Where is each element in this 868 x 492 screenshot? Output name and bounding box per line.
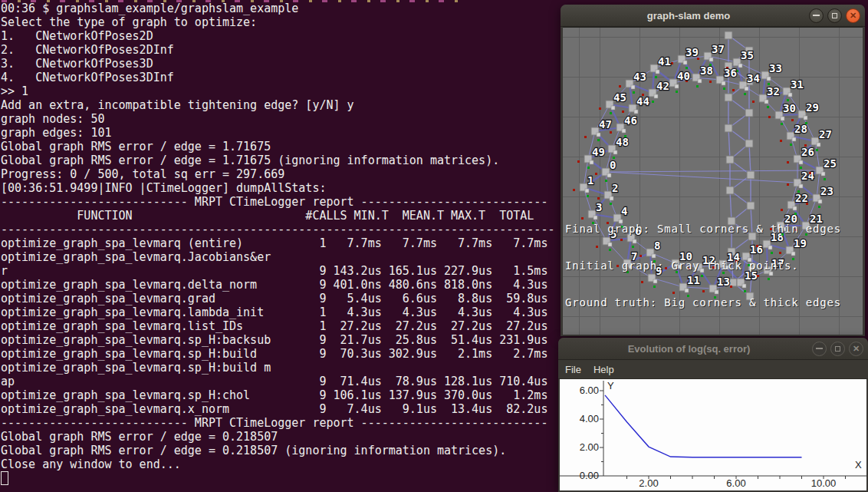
svg-text:37: 37: [712, 43, 725, 55]
svg-text:30: 30: [783, 102, 796, 114]
close-button[interactable]: ✕: [849, 342, 863, 356]
svg-text:36: 36: [724, 67, 737, 79]
svg-text:32: 32: [767, 85, 780, 97]
svg-text:38: 38: [700, 64, 713, 77]
terminal-line: FUNCTION #CALLS MIN.T MEAN.T MAX.T TOTAL: [1, 209, 554, 223]
menu-file[interactable]: File: [565, 364, 581, 375]
terminal-line: optimize_graph_spa_levmarq (entire) 1 7.…: [1, 236, 554, 250]
terminal-line: optimize_graph_spa_levmarq.sp_H:build m: [1, 361, 554, 375]
svg-text:31: 31: [791, 78, 804, 91]
window-controls: ✕: [809, 8, 860, 23]
error-plot-titlebar[interactable]: Evolution of log(sq. error) ✕: [558, 338, 868, 360]
svg-text:33: 33: [769, 62, 782, 74]
svg-text:Y: Y: [607, 380, 614, 391]
svg-text:27: 27: [819, 128, 832, 140]
terminal-line: Close any window to end...: [1, 457, 554, 471]
minimize-icon: [816, 348, 823, 349]
minimize-button[interactable]: [812, 342, 827, 356]
terminal-line: Global graph RMS error / edge = 0.218507: [1, 430, 554, 444]
graphslam-demo-window: graph-slam demo ✕ 0123456789101112131415…: [561, 5, 865, 336]
terminal-line: Progress: 0 / 500, total sq err = 297.66…: [1, 167, 554, 181]
menu-help[interactable]: Help: [593, 364, 614, 375]
svg-text:34: 34: [747, 72, 760, 84]
terminal-line: 1. CNetworkOfPoses2D: [1, 29, 554, 43]
error-plot-window: Evolution of log(sq. error) ✕ File Help …: [558, 338, 868, 492]
terminal-line: optimize_graph_spa_levmarq.Jacobians&er: [1, 250, 554, 264]
maximize-icon: [832, 13, 837, 18]
terminal-line: r 9 143.2us 165.1us 227.9us 1.5ms: [1, 264, 554, 278]
terminal-line: Global graph RMS error / edge = 0.218507…: [1, 444, 554, 457]
desktop: 00:36 $ graphslam_example/graphslam_exam…: [0, 0, 868, 492]
graph-legend: Final graph: Small corners & thin edges …: [565, 198, 841, 333]
maximize-icon: [835, 346, 840, 352]
svg-text:40: 40: [677, 70, 690, 82]
svg-text:48: 48: [616, 136, 629, 148]
terminal-output: 00:36 $ graphslam_example/graphslam_exam…: [1, 2, 554, 471]
svg-text:24: 24: [801, 170, 814, 182]
svg-text:2: 2: [612, 182, 618, 194]
terminal-line: ----------------------------------------…: [1, 223, 554, 236]
terminal-line: 2. CNetworkOfPoses2DInf: [1, 43, 554, 57]
terminal-line: Global graph RMS error / edge = 1.71675 …: [1, 154, 554, 167]
svg-text:2.00: 2.00: [639, 477, 658, 489]
svg-text:44: 44: [636, 95, 649, 107]
terminal-line: Add an extra, incompatible tightening ed…: [1, 98, 554, 112]
close-button[interactable]: ✕: [846, 8, 860, 23]
close-icon: ✕: [853, 345, 860, 353]
terminal-line: graph edges: 101: [1, 126, 554, 140]
minimize-button[interactable]: [809, 8, 824, 23]
maximize-button[interactable]: [827, 8, 842, 23]
terminal-line: 3. CNetworkOfPoses3D: [1, 57, 554, 71]
terminal-line: optimize_graph_spa_levmarq.sp_H:build 9 …: [1, 347, 554, 361]
terminal-line: --------------------------- MRPT CTimeLo…: [1, 416, 554, 430]
terminal-line: optimize_graph_spa_levmarq.sp_H:backsub …: [1, 333, 554, 347]
svg-text:43: 43: [633, 71, 646, 83]
terminal-line: --------------------------- MRPT CTimeLo…: [1, 195, 554, 209]
menubar: File Help: [558, 360, 868, 379]
minimize-icon: [813, 15, 820, 16]
terminal-line: >> 1: [1, 84, 554, 98]
terminal-line: Global graph RMS error / edge = 1.71675: [1, 140, 554, 154]
terminal-line: 00:36 $ graphslam_example/graphslam_exam…: [1, 2, 554, 15]
svg-text:X: X: [855, 459, 862, 471]
graph-viewport[interactable]: 0123456789101112131415161718192021222324…: [563, 27, 863, 335]
svg-text:41: 41: [658, 55, 671, 68]
legend-ground-truth: Ground truth: Big corners & thick edges: [565, 296, 841, 309]
window-controls: ✕: [812, 342, 863, 356]
svg-text:2.00: 2.00: [580, 441, 599, 453]
plot-canvas[interactable]: 2.006.0010.000.002.004.006.00YX: [560, 379, 866, 490]
error-chart: 2.006.0010.000.002.004.006.00YX: [560, 379, 866, 490]
svg-text:42: 42: [656, 80, 669, 92]
svg-text:46: 46: [624, 114, 637, 127]
terminal-window[interactable]: 00:36 $ graphslam_example/graphslam_exam…: [0, 0, 561, 492]
svg-text:47: 47: [599, 118, 612, 130]
terminal-line: optimize_graph_spa_levmarq.list_IDs 1 27…: [1, 319, 554, 333]
terminal-line: 4. CNetworkOfPoses3DInf: [1, 71, 554, 84]
maximize-button[interactable]: [830, 342, 845, 356]
svg-text:6.00: 6.00: [580, 385, 599, 396]
svg-text:45: 45: [613, 91, 626, 104]
legend-initial-graph: Initial graph: Gray thick points.: [565, 259, 841, 272]
svg-text:10.00: 10.00: [811, 477, 837, 489]
svg-text:35: 35: [741, 49, 754, 61]
terminal-line: Select the type of graph to optimize:: [1, 15, 554, 29]
svg-text:6.00: 6.00: [726, 477, 745, 489]
svg-text:49: 49: [592, 146, 605, 158]
terminal-line: optimize_graph_spa_levmarq.grad 9 5.4us …: [1, 292, 554, 305]
legend-final-graph: Final graph: Small corners & thin edges: [565, 223, 841, 235]
svg-text:0: 0: [610, 159, 616, 171]
svg-text:23: 23: [820, 185, 833, 197]
svg-text:28: 28: [794, 123, 807, 135]
svg-text:1: 1: [587, 174, 593, 187]
svg-text:29: 29: [806, 101, 819, 114]
terminal-cursor: [1, 471, 8, 485]
svg-text:39: 39: [686, 46, 699, 58]
graphslam-window-title: graph-slam demo: [568, 10, 809, 21]
terminal-line: optimize_graph_spa_levmarq.x_norm 9 7.4u…: [1, 402, 554, 416]
svg-text:26: 26: [801, 146, 814, 158]
graphslam-titlebar[interactable]: graph-slam demo ✕: [561, 5, 865, 27]
terminal-line: optimize_graph_spa_levmarq.lambda_init 1…: [1, 305, 554, 319]
svg-text:25: 25: [824, 157, 837, 170]
terminal-line: ap 9 71.4us 78.9us 128.1us 710.4us: [1, 375, 554, 388]
terminal-line: optimize_graph_spa_levmarq.sp_H:chol 9 1…: [1, 388, 554, 402]
